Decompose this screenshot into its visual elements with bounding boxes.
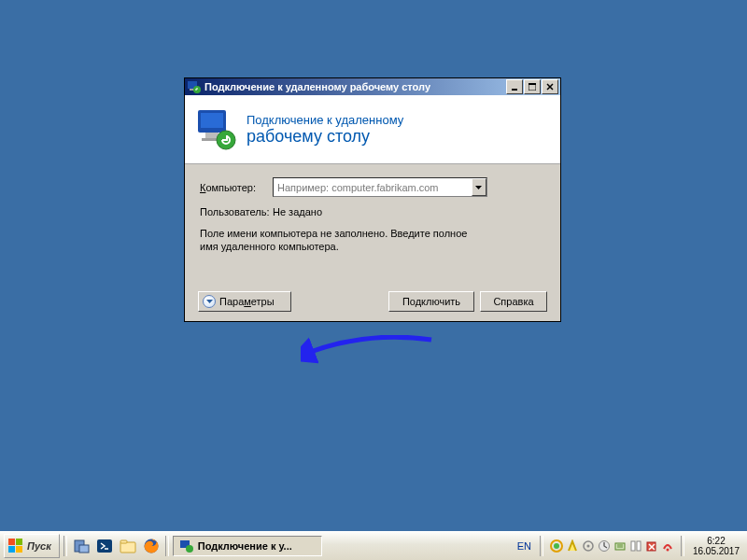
- dropdown-button[interactable]: [472, 178, 486, 196]
- dialog-banner: Подключение к удаленному рабочему столу: [185, 95, 560, 164]
- svg-rect-5: [529, 83, 536, 85]
- firefox-icon[interactable]: [141, 536, 162, 556]
- tray-icon-2[interactable]: [566, 539, 579, 553]
- chevron-down-icon: [203, 295, 216, 308]
- window-controls: [506, 79, 560, 94]
- clock[interactable]: 6:22 16.05.2017: [687, 536, 745, 556]
- start-label: Пуск: [27, 540, 51, 552]
- taskbar-active-task[interactable]: Подключение к у...: [173, 536, 322, 556]
- svg-rect-19: [120, 542, 135, 553]
- svg-rect-20: [120, 540, 127, 543]
- svg-point-25: [554, 543, 559, 549]
- svg-rect-7: [201, 113, 223, 128]
- svg-rect-13: [16, 539, 22, 545]
- system-tray: EN 6:22 16.05.2017: [510, 536, 747, 556]
- windows-logo-icon: [8, 539, 23, 553]
- computer-combobox[interactable]: [273, 177, 487, 197]
- date-text: 16.05.2017: [693, 546, 740, 556]
- computer-input[interactable]: [274, 182, 472, 193]
- separator: [681, 536, 684, 556]
- svg-point-23: [186, 545, 193, 553]
- annotation-arrow: [301, 335, 441, 382]
- taskbar: Пуск Подключение к у... EN: [0, 531, 747, 560]
- language-indicator[interactable]: EN: [512, 540, 537, 552]
- tray-icon-6[interactable]: [629, 539, 642, 553]
- tray-icon-5[interactable]: [613, 539, 627, 553]
- hint-text: Поле имени компьютера не заполнено. Введ…: [200, 227, 471, 253]
- explorer-icon[interactable]: [118, 536, 138, 556]
- help-button[interactable]: Справка: [480, 291, 547, 312]
- svg-rect-31: [637, 541, 641, 551]
- start-button[interactable]: Пуск: [4, 534, 60, 558]
- tray-icon-3[interactable]: [582, 539, 595, 553]
- app-icon: [187, 79, 202, 94]
- separator: [165, 536, 169, 556]
- time-text: 6:22: [693, 536, 740, 546]
- app-icon: [179, 539, 194, 553]
- svg-rect-17: [79, 545, 89, 553]
- tray-icon-8[interactable]: [661, 539, 674, 553]
- connect-button[interactable]: Подключить: [388, 291, 474, 312]
- options-button[interactable]: Параметры: [198, 291, 291, 312]
- separator: [540, 536, 543, 556]
- quick-launch: [67, 536, 165, 556]
- tray-icon-7[interactable]: [645, 539, 658, 553]
- svg-rect-14: [8, 546, 15, 553]
- maximize-button[interactable]: [524, 79, 541, 94]
- server-manager-icon[interactable]: [71, 536, 92, 556]
- tray-icon-1[interactable]: [550, 539, 563, 553]
- computer-label: Компьютер:: [200, 182, 273, 193]
- svg-rect-3: [512, 89, 517, 91]
- rdp-icon: [194, 108, 237, 151]
- close-button[interactable]: [542, 79, 558, 94]
- svg-rect-12: [8, 539, 15, 545]
- user-label: Пользователь:: [200, 206, 273, 217]
- minimize-button[interactable]: [506, 79, 523, 94]
- svg-point-33: [666, 549, 669, 552]
- banner-title: рабочему столу: [247, 127, 403, 147]
- rdp-dialog: Подключение к удаленному рабочему столу: [184, 77, 561, 322]
- svg-rect-8: [205, 133, 218, 138]
- powershell-icon[interactable]: [94, 536, 115, 556]
- svg-rect-30: [631, 541, 635, 551]
- tray-icon-4[interactable]: [598, 539, 611, 553]
- banner-subtitle: Подключение к удаленному: [247, 113, 403, 127]
- window-title: Подключение к удаленному рабочему столу: [204, 81, 506, 92]
- svg-point-27: [586, 545, 589, 548]
- task-label: Подключение к у...: [198, 540, 292, 552]
- titlebar[interactable]: Подключение к удаленному рабочему столу: [185, 78, 560, 95]
- svg-rect-15: [16, 546, 22, 553]
- user-value: Не задано: [273, 206, 322, 217]
